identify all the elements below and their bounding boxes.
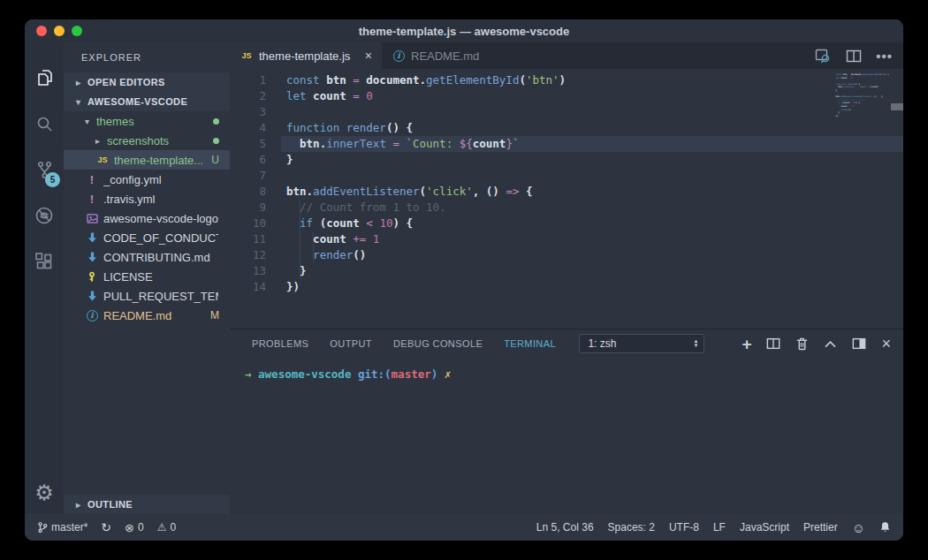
status-bar: master*↻⊗0⚠0 Ln 5, Col 36Spaces: 2UTF-8L… bbox=[25, 514, 903, 541]
tree-item-awesome-vscode-logo-[interactable]: awesome-vscode-logo... bbox=[64, 208, 230, 228]
status-item-ln-5-col-36[interactable]: Ln 5, Col 36 bbox=[536, 521, 594, 534]
open-preview-icon[interactable] bbox=[814, 49, 832, 64]
git-status-badge: U bbox=[211, 154, 219, 166]
git-status-dot bbox=[213, 118, 219, 125]
tree-item--travis-yml[interactable]: !.travis.yml bbox=[64, 189, 230, 208]
chevron-down-icon: ▾ bbox=[85, 117, 92, 126]
prompt-cross: ✗ bbox=[445, 367, 452, 381]
error-icon: ⊗ bbox=[125, 521, 134, 534]
file-tree: ▾themes▸screenshotsJStheme-template....U… bbox=[64, 111, 230, 325]
status-item-label: UTF-8 bbox=[669, 521, 699, 534]
status-item-label: master* bbox=[51, 521, 87, 534]
tree-item-screenshots[interactable]: ▸screenshots bbox=[64, 131, 230, 150]
new-terminal-icon[interactable]: + bbox=[742, 336, 751, 352]
code-line-8[interactable]: btn.addEventListener('click', () => { bbox=[281, 184, 903, 200]
status-item-label: Spaces: 2 bbox=[608, 521, 655, 534]
tree-item-label: theme-template.... bbox=[114, 154, 202, 167]
panel-tab-terminal[interactable]: TERMINAL bbox=[504, 338, 556, 349]
source-control-icon[interactable]: 5 bbox=[25, 147, 64, 193]
outline-section[interactable]: ▸ OUTLINE bbox=[64, 495, 230, 514]
status-item-label: 0 bbox=[170, 521, 176, 534]
branch-icon bbox=[37, 521, 48, 534]
panel-tab-debug-console[interactable]: DEBUG CONSOLE bbox=[393, 338, 483, 349]
tree-item-label: _config.yml bbox=[103, 173, 162, 186]
status-item-spaces-2[interactable]: Spaces: 2 bbox=[608, 521, 655, 534]
smiley-icon: ☺ bbox=[852, 520, 865, 535]
code-line-7[interactable] bbox=[281, 168, 903, 184]
close-tab-icon[interactable]: × bbox=[365, 49, 372, 63]
tree-item-contributing-md[interactable]: CONTRIBUTING.md bbox=[64, 247, 230, 267]
code-line-12[interactable]: render() bbox=[281, 247, 903, 263]
close-panel-icon[interactable]: × bbox=[881, 336, 891, 352]
code-line-1[interactable]: const btn = document.getElementById('btn… bbox=[281, 72, 903, 88]
code-line-2[interactable]: let count = 0 bbox=[281, 88, 903, 104]
status-item-label: 0 bbox=[138, 521, 144, 534]
bell-icon bbox=[879, 521, 891, 534]
tree-item-license[interactable]: LICENSE bbox=[64, 267, 230, 286]
status-item-label: JavaScript bbox=[740, 521, 789, 534]
maximize-panel-icon[interactable] bbox=[824, 339, 837, 349]
terminal-shell-select[interactable]: 1: zsh ▲▼ bbox=[579, 334, 704, 353]
code-line-9[interactable]: // Count from 1 to 10. bbox=[281, 200, 903, 216]
status-item-sync[interactable]: ↻ bbox=[101, 520, 111, 534]
code-line-5[interactable]: btn.innerText = `Count: ${count}` bbox=[281, 136, 903, 152]
panel-tab-output[interactable]: OUTPUT bbox=[330, 338, 372, 349]
panel-tab-problems[interactable]: PROBLEMS bbox=[252, 338, 308, 349]
editor-tab-theme-template-js[interactable]: JStheme-template.js× bbox=[230, 42, 382, 69]
kill-terminal-icon[interactable] bbox=[795, 337, 809, 351]
tab-label: theme-template.js bbox=[259, 49, 350, 63]
activity-bar: 5 ⚙ bbox=[25, 42, 64, 514]
code-line-4[interactable]: function render() { bbox=[281, 120, 903, 136]
panel-header: PROBLEMSOUTPUTDEBUG CONSOLETERMINAL 1: z… bbox=[230, 329, 903, 358]
editor-area: JStheme-template.js×iREADME.md ••• 12345… bbox=[230, 42, 903, 514]
window-title: theme-template.js — awesome-vscode bbox=[359, 25, 569, 38]
code-line-14[interactable]: }) bbox=[281, 279, 903, 295]
tree-item-themes[interactable]: ▾themes bbox=[64, 111, 230, 131]
settings-gear-icon[interactable]: ⚙ bbox=[34, 482, 54, 503]
root-folder-section[interactable]: ▾ AWESOME-VSCODE bbox=[64, 92, 230, 111]
zoom-window-button[interactable] bbox=[72, 26, 82, 36]
debug-icon[interactable] bbox=[25, 193, 64, 238]
code-line-10[interactable]: if (count < 10) { bbox=[281, 216, 903, 231]
status-item-javascript[interactable]: JavaScript bbox=[740, 521, 789, 534]
code-line-3[interactable] bbox=[281, 104, 903, 120]
status-item-prettier[interactable]: Prettier bbox=[803, 521, 838, 534]
terminal-prompt: → awesome-vscode git:(master) ✗ bbox=[245, 367, 903, 381]
status-item-branch[interactable]: master* bbox=[37, 521, 87, 534]
vscode-window: theme-template.js — awesome-vscode 5 ⚙ E… bbox=[25, 19, 903, 541]
bottom-panel: PROBLEMSOUTPUTDEBUG CONSOLETERMINAL 1: z… bbox=[230, 329, 903, 514]
status-item-lf[interactable]: LF bbox=[713, 521, 726, 534]
status-item-smiley[interactable]: ☺ bbox=[852, 520, 865, 535]
open-editors-section[interactable]: ▸ OPEN EDITORS bbox=[64, 72, 230, 92]
close-window-button[interactable] bbox=[36, 26, 47, 36]
toggle-panel-icon[interactable] bbox=[852, 337, 866, 350]
status-item-warning[interactable]: ⚠0 bbox=[157, 521, 176, 534]
editor-actions: ••• bbox=[814, 42, 893, 69]
code-line-13[interactable]: } bbox=[281, 263, 903, 279]
terminal[interactable]: → awesome-vscode git:(master) ✗ bbox=[230, 358, 903, 514]
status-item-bell[interactable] bbox=[879, 521, 891, 534]
tree-item-theme-template-[interactable]: JStheme-template....U bbox=[64, 150, 230, 170]
editor-tab-readme-md[interactable]: iREADME.md bbox=[382, 42, 489, 69]
more-actions-icon[interactable]: ••• bbox=[876, 49, 893, 64]
tree-item--config-yml[interactable]: !_config.yml bbox=[64, 170, 230, 189]
code-line-11[interactable]: count += 1 bbox=[281, 231, 903, 247]
status-item-error[interactable]: ⊗0 bbox=[125, 521, 144, 534]
explorer-icon[interactable] bbox=[25, 55, 64, 101]
split-editor-icon[interactable] bbox=[846, 49, 862, 63]
markdown-file-icon bbox=[85, 252, 99, 262]
line-numbers-gutter: 1234567891011121314 bbox=[230, 69, 281, 329]
extensions-icon[interactable] bbox=[25, 238, 64, 284]
status-item-utf-8[interactable]: UTF-8 bbox=[669, 521, 699, 534]
yaml-file-icon: ! bbox=[85, 193, 99, 206]
code-line-6[interactable]: } bbox=[281, 152, 903, 168]
tree-item-pull-request-temp-[interactable]: PULL_REQUEST_TEMP... bbox=[64, 286, 230, 306]
split-terminal-icon[interactable] bbox=[766, 337, 780, 350]
tree-item-readme-md[interactable]: iREADME.mdM bbox=[64, 306, 230, 325]
tree-item-label: .travis.yml bbox=[103, 193, 156, 206]
minimize-window-button[interactable] bbox=[54, 26, 65, 36]
code-editor[interactable]: 1234567891011121314 const btn = document… bbox=[230, 69, 903, 329]
tree-item-code-of-conduct-[interactable]: CODE_OF_CONDUCT.... bbox=[64, 228, 230, 247]
sidebar-title: EXPLORER bbox=[64, 42, 230, 72]
search-icon[interactable] bbox=[25, 101, 64, 147]
